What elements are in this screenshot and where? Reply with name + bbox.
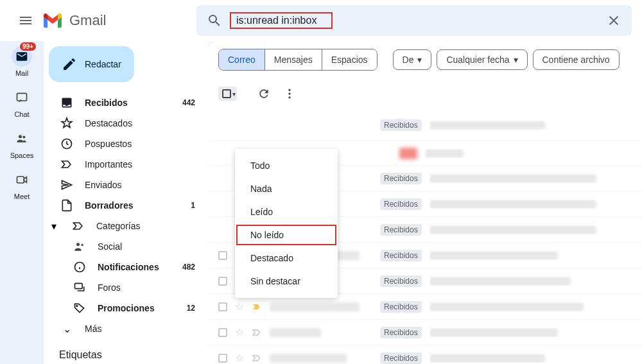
dropdown-destacado[interactable]: Destacado <box>235 247 338 270</box>
mail-checkbox[interactable] <box>218 277 227 286</box>
mail-label-recibidos: Recibidos <box>380 224 422 236</box>
caret-down-icon: ▾ <box>514 55 518 65</box>
categories-icon <box>72 220 85 232</box>
important-icon <box>60 158 73 171</box>
svg-point-12 <box>288 96 290 98</box>
info-icon <box>73 261 86 273</box>
clock-icon <box>60 137 73 150</box>
social-icon <box>73 240 86 253</box>
sidebar-social[interactable]: Social <box>44 236 203 257</box>
dropdown-sin-destacar[interactable]: Sin destacar <box>235 270 338 293</box>
mail-label-recibidos: Recibidos <box>380 173 422 184</box>
select-all-checkbox[interactable]: ▾ <box>218 87 237 101</box>
search-icon[interactable] <box>202 8 227 33</box>
sidebar-categorias[interactable]: ▾ Categorías <box>44 216 203 236</box>
dropdown-nada[interactable]: Nada <box>235 177 338 200</box>
svg-point-2 <box>22 135 25 138</box>
sidebar-recibidos[interactable]: Recibidos 442 <box>44 92 203 113</box>
more-options-button[interactable] <box>278 82 301 105</box>
star-icon[interactable]: ☆ <box>235 300 244 313</box>
chip-archivo[interactable]: Contiene archivo <box>533 49 620 70</box>
forums-icon <box>73 281 86 294</box>
sidebar-pospuestos[interactable]: Pospuestos <box>44 134 203 154</box>
dropdown-todo[interactable]: Todo <box>235 154 338 177</box>
search-input[interactable] <box>236 15 326 26</box>
chevron-down-icon: ⌄ <box>60 323 73 335</box>
clear-search-button[interactable] <box>601 8 627 33</box>
sidebar-enviados[interactable]: Enviados <box>44 175 203 195</box>
important-icon[interactable] <box>252 353 262 363</box>
svg-point-10 <box>288 89 290 91</box>
chip-de[interactable]: De▾ <box>393 49 432 70</box>
mail-badge: 99+ <box>20 42 36 51</box>
mail-label-recibidos: Recibidos <box>380 250 422 261</box>
mail-label-recibidos: Recibidos <box>380 301 422 313</box>
svg-point-9 <box>76 306 78 307</box>
sent-icon <box>60 178 73 191</box>
sidebar-borradores[interactable]: Borradores 1 <box>44 195 203 216</box>
search-box[interactable] <box>196 5 632 36</box>
rail-spaces[interactable]: Spaces <box>10 128 34 159</box>
compose-label: Redactar <box>85 59 121 69</box>
gmail-logo[interactable]: Gmail <box>44 12 196 29</box>
caret-down-icon: ▾ <box>232 91 236 98</box>
rail-meet[interactable]: Meet <box>12 169 32 200</box>
mail-checkbox[interactable] <box>218 251 227 260</box>
mail-row[interactable]: ☆ Recibidos <box>208 320 642 345</box>
mail-label-recibidos: Recibidos <box>380 327 422 338</box>
rail-chat-label: Chat <box>14 110 29 118</box>
svg-point-1 <box>19 135 22 138</box>
star-icon[interactable]: ☆ <box>235 326 244 338</box>
caret-down-icon: ▾ <box>417 55 422 65</box>
mail-checkbox[interactable] <box>218 328 227 337</box>
svg-point-11 <box>288 92 290 94</box>
select-dropdown: Todo Nada Leído No leído Destacado Sin d… <box>235 149 338 298</box>
sidebar-notificaciones[interactable]: Notificaciones 482 <box>44 257 203 277</box>
app-name: Gmail <box>69 12 106 29</box>
mail-label-recibidos: Recibidos <box>380 275 422 287</box>
sidebar-mas[interactable]: ⌄ Más <box>44 318 203 339</box>
mail-label-recibidos: Recibidos <box>380 119 422 131</box>
refresh-button[interactable] <box>252 82 275 105</box>
star-icon <box>60 117 73 130</box>
tag-icon <box>73 302 86 315</box>
sidebar-importantes[interactable]: Importantes <box>44 154 203 175</box>
compose-button[interactable]: Redactar <box>49 46 134 82</box>
chip-correo[interactable]: Correo <box>219 49 265 70</box>
mail-row[interactable]: ☆ Recibidos <box>208 345 642 364</box>
svg-point-5 <box>76 243 80 246</box>
rail-meet-label: Meet <box>14 193 30 200</box>
mail-row[interactable]: Recibidos <box>208 109 642 141</box>
rail-mail[interactable]: 99+ Mail <box>12 46 32 77</box>
sidebar-promociones[interactable]: Promociones 12 <box>44 298 203 318</box>
star-icon[interactable]: ☆ <box>235 352 244 364</box>
labels-heading: Etiquetas <box>44 349 208 361</box>
drafts-icon <box>60 199 73 212</box>
chip-mensajes[interactable]: Mensajes <box>265 49 322 70</box>
mail-row[interactable]: ☆ Recibidos <box>208 294 642 320</box>
svg-rect-3 <box>17 177 24 183</box>
mail-label-recibidos: Recibidos <box>380 198 422 210</box>
caret-down-icon: ▾ <box>48 220 60 232</box>
mail-label-recibidos: Recibidos <box>380 352 422 364</box>
sidebar-destacados[interactable]: Destacados <box>44 113 203 134</box>
rail-spaces-label: Spaces <box>10 152 34 159</box>
dropdown-no-leido[interactable]: No leído <box>235 223 338 247</box>
mail-checkbox[interactable] <box>218 302 227 311</box>
spaces-icon <box>12 128 32 149</box>
search-type-chips: Correo Mensajes Espacios <box>218 49 377 71</box>
svg-rect-0 <box>17 93 27 101</box>
important-icon[interactable] <box>252 327 262 338</box>
chat-icon <box>12 87 32 108</box>
meet-icon <box>12 169 32 190</box>
rail-chat[interactable]: Chat <box>12 87 32 118</box>
important-icon[interactable] <box>252 302 262 312</box>
chip-fecha[interactable]: Cualquier fecha▾ <box>437 49 527 70</box>
svg-point-6 <box>82 244 83 246</box>
sidebar-foros[interactable]: Foros <box>44 277 203 298</box>
svg-rect-8 <box>75 283 83 288</box>
chip-espacios[interactable]: Espacios <box>322 49 377 70</box>
main-menu-button[interactable] <box>10 5 41 36</box>
dropdown-leido[interactable]: Leído <box>235 200 338 223</box>
mail-checkbox[interactable] <box>218 354 227 363</box>
